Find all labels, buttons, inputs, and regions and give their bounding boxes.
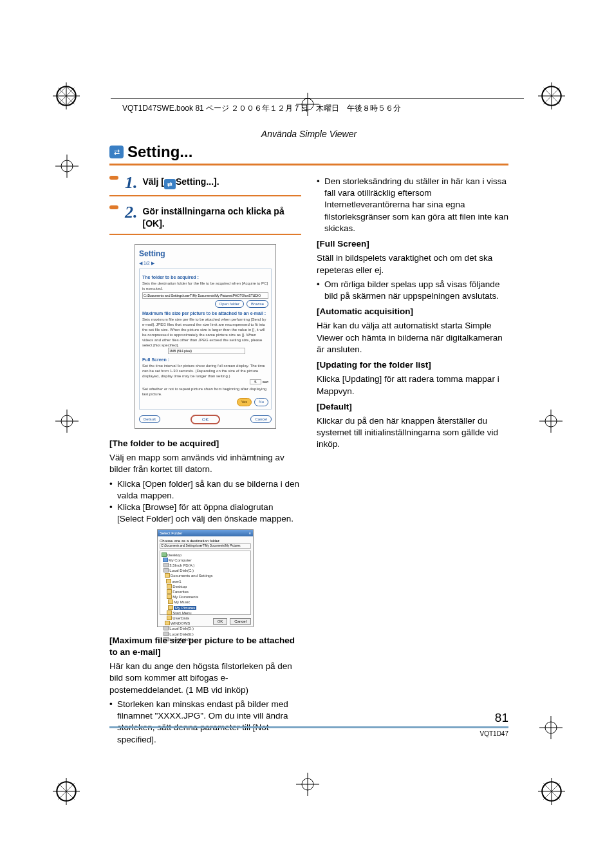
bullet-icon: • — [317, 279, 324, 302]
dialog-desc: Choose one as a destination folder. — [160, 538, 251, 543]
bullet-icon: • — [109, 502, 117, 525]
registration-mark-icon — [538, 82, 565, 109]
step-marker-icon — [109, 176, 118, 180]
tree-item: My Documents — [172, 595, 198, 599]
open-folder-button: Open folder — [215, 300, 244, 308]
setting-inline-icon: ⇄ — [164, 179, 176, 189]
footer-rule — [109, 726, 508, 728]
tree-item: My Pictures — [174, 606, 196, 610]
para: Klicka [Updating] för att radera tomma m… — [317, 373, 508, 397]
step-number: 1. — [125, 175, 138, 191]
pager-next-icon: ▶ — [151, 261, 154, 265]
pager-prev-icon: ◀ — [139, 261, 142, 265]
crosshair-icon — [55, 410, 79, 433]
folder-tree: Desktop My Computer 3.5Inch FD(A:) Local… — [160, 551, 251, 615]
tree-item: Documents and Settings — [171, 574, 212, 578]
title-rule — [109, 164, 508, 165]
tree-item: WINDOWS — [171, 621, 190, 625]
ok-button: OK — [191, 415, 220, 424]
registration-mark-icon — [53, 82, 80, 109]
bullet-text: Klicka [Open folder] så kan du se bilder… — [117, 478, 301, 502]
maxsize-label: Maximum file size per picture to be atta… — [142, 310, 268, 316]
subhead-auto: [Automatic acquisition] — [317, 306, 508, 317]
fullscreen-desc: Set the time interval for picture show d… — [142, 363, 268, 379]
repeat-desc: Set whether or not to repeat picture sho… — [142, 386, 268, 397]
subhead-fullscreen: [Full Screen] — [317, 238, 508, 250]
page-title: Setting... — [127, 143, 192, 161]
folder-desc: Sets the destination folder for the file… — [142, 281, 268, 291]
bullet-icon: • — [109, 699, 117, 746]
step-rule — [109, 195, 301, 196]
bullet-text: Klicka [Browse] för att öppna dialogruta… — [117, 502, 301, 525]
section-header: Använda Simple Viewer — [109, 129, 508, 139]
fullscreen-label: Full Screen : — [142, 357, 268, 363]
para: Välj en mapp som används vid inhämtning … — [109, 452, 301, 475]
setting-icon: ⇄ — [109, 146, 124, 158]
bullet-text: Den storleksändring du ställer in här ka… — [324, 176, 508, 234]
path-input: C:\Documents and Settings\userT\My Docum… — [160, 543, 251, 549]
crosshair-icon — [296, 773, 319, 796]
tree-item: My Computer — [169, 558, 192, 562]
step-number: 2. — [125, 204, 138, 221]
tree-item: Start Menu — [172, 611, 191, 615]
crosshair-icon — [539, 410, 563, 433]
folder-label: The folder to be acquired : — [142, 274, 268, 280]
subhead-default: [Default] — [317, 401, 508, 413]
tree-item: Desktop — [172, 585, 187, 589]
fullscreen-value: 5 — [250, 379, 261, 384]
registration-mark-icon — [53, 778, 80, 805]
subhead-folder: [The folder to be acquired] — [109, 438, 301, 449]
tree-item: UserData — [172, 616, 189, 620]
step-1-suffix: Setting...]. — [176, 176, 219, 187]
browse-button: Browse — [247, 300, 268, 308]
ok-button: OK — [213, 618, 228, 625]
tree-item: Local Disk(D:) — [169, 627, 194, 630]
tree-item: user1 — [172, 580, 181, 583]
tree-item: My Music — [174, 600, 190, 604]
default-button: Default — [139, 415, 160, 423]
subhead-updating: [Updating for the folder list] — [317, 359, 508, 371]
para: Ställ in bildspelets varaktighet och om … — [317, 252, 508, 276]
crosshair-icon — [539, 716, 563, 739]
setting-dialog-screenshot: Setting ◀ 1/2 ▶ The folder to be acquire… — [135, 244, 276, 429]
dialog-pager: ◀ 1/2 ▶ — [139, 260, 272, 266]
dialog-title: Select Folder — [160, 531, 182, 536]
para: Klickar du på den här knappen återställe… — [317, 415, 508, 451]
no-button: No — [254, 398, 268, 406]
page-number: 81 — [495, 711, 508, 725]
dialog-title: Setting — [139, 249, 272, 259]
tree-item: Local Disk(C:) — [169, 569, 194, 572]
cancel-button: Cancel — [250, 415, 272, 423]
maxsize-desc: Sets maximum file size per file to be at… — [142, 317, 268, 348]
header-text: VQT1D47SWE.book 81 ページ ２００６年１２月７日 木曜日 午後… — [122, 103, 401, 114]
folder-path-input: C:\Documents and Settings\userT\My Docum… — [142, 292, 268, 299]
bullet-icon: • — [317, 176, 324, 234]
tree-item: Favorites — [172, 590, 189, 594]
step-rule — [109, 234, 301, 235]
step-1-text: Välj [⇄Setting...]. — [143, 176, 302, 189]
subhead-maxsize: [Maximum file size per picture to be att… — [109, 635, 301, 658]
registration-mark-icon — [538, 778, 565, 805]
tree-item: 3.5Inch FD(A:) — [169, 563, 194, 567]
maxsize-select: 1MB (814 pixel) — [168, 348, 245, 354]
header-rule — [111, 98, 524, 99]
fullscreen-unit: sec — [263, 380, 268, 384]
step-2-text: Gör inställningarna och klicka på [OK]. — [143, 205, 302, 230]
para: Här kan du ange den högsta filstorleken … — [109, 661, 301, 696]
bullet-text: Storleken kan minskas endast på bilder m… — [117, 699, 301, 746]
select-folder-dialog-screenshot: Select Folder× Choose one as a destinati… — [157, 529, 254, 627]
yes-button: Yes — [237, 398, 252, 406]
para: Här kan du välja att automatiskt starta … — [317, 320, 508, 355]
close-icon: × — [248, 531, 251, 536]
cancel-button: Cancel — [230, 618, 251, 625]
bullet-text: Om rörliga bilder spelas upp så visas fö… — [324, 279, 508, 302]
step-1-prefix: Välj [ — [143, 176, 164, 187]
pager-page: 1/2 — [144, 261, 150, 265]
bullet-icon: • — [109, 478, 117, 502]
step-marker-icon — [109, 205, 118, 209]
crosshair-icon — [55, 155, 79, 178]
tree-item: Desktop — [167, 553, 181, 557]
doc-id: VQT1D47 — [480, 730, 508, 737]
